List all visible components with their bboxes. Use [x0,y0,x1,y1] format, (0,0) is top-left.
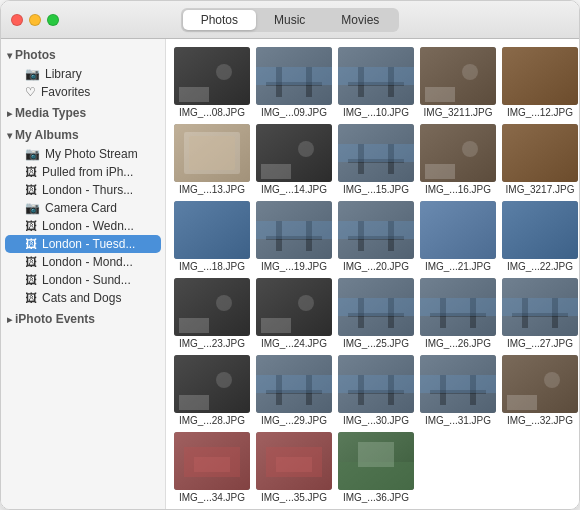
photo-cell[interactable]: IMG_...16.JPG [420,124,496,195]
album-icon-7: 🖼 [25,291,37,305]
svg-rect-83 [420,375,496,393]
sidebar-header-photos[interactable]: ▾ Photos [1,45,165,65]
sidebar-header-media-types[interactable]: ▸ Media Types [1,103,165,123]
photo-label: IMG_...10.JPG [343,107,409,118]
sidebar-item-my-photo-stream[interactable]: 📷 My Photo Stream [5,145,161,163]
photo-cell[interactable]: IMG_...18.JPG [174,201,250,272]
album-icon-6: 🖼 [25,273,37,287]
photo-cell[interactable]: IMG_...24.JPG [256,278,332,349]
sidebar-item-pulled-from-iph[interactable]: 🖼 Pulled from iPh... [5,163,161,181]
chevron-down-icon: ▾ [7,50,12,61]
photo-cell[interactable]: IMG_...25.JPG [338,278,414,349]
sidebar-section-media-types-label: Media Types [15,106,86,120]
photo-cell[interactable]: IMG_...20.JPG [338,201,414,272]
photo-grid-container[interactable]: IMG_...08.JPG IMG_...09.JPG [166,39,579,509]
svg-rect-29 [425,164,455,179]
svg-rect-16 [502,47,578,105]
photo-label: IMG_...31.JPG [425,415,491,426]
photo-thumbnail [174,355,250,413]
svg-point-22 [298,141,314,157]
photo-thumbnail [420,355,496,413]
photo-cell[interactable]: IMG_...14.JPG [256,124,332,195]
sidebar-section-photos: ▾ Photos 📷 Library ♡ Favorites [1,45,165,101]
sidebar-item-london-sund[interactable]: 🖼 London - Sund... [5,271,161,289]
photo-thumbnail [174,278,250,336]
svg-rect-37 [256,221,332,239]
photo-label: IMG_...23.JPG [179,338,245,349]
album-icon-2: 🖼 [25,183,37,197]
photo-cell[interactable]: IMG_...35.JPG [256,432,332,503]
photo-cell[interactable]: IMG_...08.JPG [174,47,250,118]
sidebar-item-favorites[interactable]: ♡ Favorites [5,83,161,101]
photo-thumbnail [502,47,578,105]
photo-thumbnail [256,432,332,490]
tab-music[interactable]: Music [256,10,323,30]
camera-card-icon: 📷 [25,201,40,215]
svg-rect-78 [338,375,414,393]
sidebar-section-iphoto-events: ▸ iPhoto Events [1,309,165,329]
sidebar-item-library[interactable]: 📷 Library [5,65,161,83]
photo-cell[interactable]: IMG_3211.JPG [420,47,496,118]
sidebar-item-london-wedn-label: London - Wedn... [42,219,134,233]
photo-label: IMG_...20.JPG [343,261,409,272]
sidebar-item-library-label: Library [45,67,82,81]
photo-thumbnail [174,201,250,259]
svg-rect-44 [502,201,578,259]
photo-thumbnail [256,47,332,105]
photo-label: IMG_...35.JPG [261,492,327,503]
photo-label: IMG_3217.JPG [506,184,575,195]
fullscreen-button[interactable] [47,14,59,26]
photo-cell[interactable]: IMG_...09.JPG [256,47,332,118]
photo-cell[interactable]: IMG_...30.JPG [338,355,414,426]
photo-cell[interactable]: IMG_3217.JPG [502,124,578,195]
svg-rect-55 [338,298,414,316]
tab-movies[interactable]: Movies [323,10,397,30]
photo-cell[interactable]: IMG_...22.JPG [502,201,578,272]
svg-point-2 [216,64,232,80]
sidebar-item-london-mond[interactable]: 🖼 London - Mond... [5,253,161,271]
sidebar-item-london-thurs[interactable]: 🖼 London - Thurs... [5,181,161,199]
photo-label: IMG_...27.JPG [507,338,573,349]
photo-label: IMG_...30.JPG [343,415,409,426]
photo-cell[interactable]: IMG_...36.JPG [338,432,414,503]
sidebar-item-camera-card[interactable]: 📷 Camera Card [5,199,161,217]
sidebar-item-london-tuesd[interactable]: 🖼 London - Tuesd... [5,235,161,253]
photo-cell[interactable]: IMG_...13.JPG [174,124,250,195]
photo-stream-icon: 📷 [25,147,40,161]
sidebar-header-my-albums[interactable]: ▾ My Albums [1,125,165,145]
photo-label: IMG_...29.JPG [261,415,327,426]
svg-rect-95 [358,442,394,467]
photo-cell[interactable]: IMG_...34.JPG [174,432,250,503]
photo-cell[interactable]: IMG_...10.JPG [338,47,414,118]
svg-point-30 [462,141,478,157]
photo-label: IMG_...26.JPG [425,338,491,349]
photo-cell[interactable]: IMG_...19.JPG [256,201,332,272]
photo-cell[interactable]: IMG_...32.JPG [502,355,578,426]
photo-cell[interactable]: IMG_...26.JPG [420,278,496,349]
chevron-right-icon-2: ▸ [7,314,12,325]
photo-cell[interactable]: IMG_...27.JPG [502,278,578,349]
photo-cell[interactable]: IMG_...29.JPG [256,355,332,426]
svg-rect-14 [425,87,455,102]
tab-photos[interactable]: Photos [183,10,256,30]
photo-cell[interactable]: IMG_...31.JPG [420,355,496,426]
photo-cell[interactable]: IMG_...23.JPG [174,278,250,349]
sidebar-item-london-thurs-label: London - Thurs... [42,183,133,197]
sidebar-item-london-wedn[interactable]: 🖼 London - Wedn... [5,217,161,235]
minimize-button[interactable] [29,14,41,26]
traffic-lights [11,14,59,26]
photo-grid: IMG_...08.JPG IMG_...09.JPG [174,47,571,503]
photo-cell[interactable]: IMG_...28.JPG [174,355,250,426]
photo-cell[interactable]: IMG_...15.JPG [338,124,414,195]
photo-cell[interactable]: IMG_...21.JPG [420,201,496,272]
photo-cell[interactable]: IMG_...12.JPG [502,47,578,118]
sidebar-header-iphoto-events[interactable]: ▸ iPhoto Events [1,309,165,329]
svg-rect-73 [256,375,332,393]
photo-thumbnail [420,201,496,259]
close-button[interactable] [11,14,23,26]
sidebar-item-cats-and-dogs[interactable]: 🖼 Cats and Dogs [5,289,161,307]
album-icon-5: 🖼 [25,255,37,269]
svg-rect-12 [338,67,414,85]
svg-rect-65 [502,298,578,316]
photo-label: IMG_...09.JPG [261,107,327,118]
